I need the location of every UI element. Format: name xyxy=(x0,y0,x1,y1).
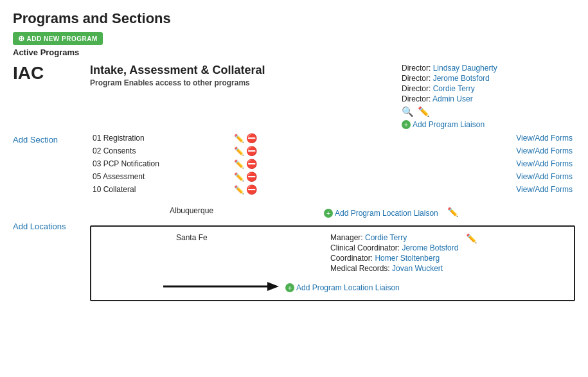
active-programs-label: Active Programs xyxy=(13,48,575,57)
add-liaison-label-albuquerque: Add Program Location Liaison xyxy=(335,209,438,218)
search-icon[interactable]: 🔍 xyxy=(402,106,414,118)
locations-section: Albuquerque + Add Program Location Liais… xyxy=(90,202,575,301)
remove-icon-02[interactable]: ⛔ xyxy=(246,146,257,156)
edit-icon-santa-fe[interactable]: ✏️ xyxy=(466,233,477,243)
edit-icon-05[interactable]: ✏️ xyxy=(234,172,244,182)
table-row: 03 PCP Notification ✏️ ⛔ View/Add Forms xyxy=(90,157,575,170)
director-line-2: Director: Jerome Botsford xyxy=(402,74,575,83)
section-name-05: 05 Assessment xyxy=(90,170,231,183)
section-name-02: 02 Consents xyxy=(90,145,231,157)
view-add-forms-05[interactable]: View/Add Forms xyxy=(516,172,573,181)
section-icons-03: ✏️ ⛔ xyxy=(231,157,263,170)
program-code: IAC xyxy=(13,64,90,83)
director-name-4[interactable]: Admin User xyxy=(432,94,473,103)
svg-marker-1 xyxy=(267,282,279,291)
medical-records-name[interactable]: Jovan Wuckert xyxy=(392,264,443,273)
program-info: Intake, Assessment & Collateral Program … xyxy=(90,64,395,92)
albuquerque-right: + Add Program Location Liaison ✏️ xyxy=(324,206,573,218)
view-add-forms-01[interactable]: View/Add Forms xyxy=(516,134,573,143)
section-action-05: View/Add Forms xyxy=(263,170,575,183)
table-row: 05 Assessment ✏️ ⛔ View/Add Forms xyxy=(90,170,575,183)
page-title: Programs and Sections xyxy=(13,10,575,27)
clinical-coord-label: Clinical Coordinator: xyxy=(330,243,402,252)
edit-icon-01[interactable]: ✏️ xyxy=(234,134,244,143)
edit-icon[interactable]: ✏️ xyxy=(418,106,430,118)
coord-name[interactable]: Homer Stoltenberg xyxy=(375,254,440,263)
medical-records-label: Medical Records: xyxy=(330,264,392,273)
right-column: Intake, Assessment & Collateral Program … xyxy=(90,64,575,301)
program-subtitle: Program Enables access to other programs xyxy=(90,78,395,87)
table-row: 10 Collateral ✏️ ⛔ View/Add Forms xyxy=(90,183,575,196)
plus-icon: ⊕ xyxy=(18,34,25,43)
section-icons-01: ✏️ ⛔ xyxy=(231,132,263,145)
director-label-4: Director: xyxy=(402,94,432,103)
director-label-2: Director: xyxy=(402,74,433,83)
add-location-liaison-albuquerque[interactable]: + Add Program Location Liaison xyxy=(324,209,438,218)
albuquerque-row: Albuquerque + Add Program Location Liais… xyxy=(90,202,575,222)
view-add-forms-02[interactable]: View/Add Forms xyxy=(516,146,573,155)
section-name-01: 01 Registration xyxy=(90,132,231,145)
arrow-icon xyxy=(163,279,279,294)
santa-fe-box: Santa Fe Manager: Cordie Terry Clinical … xyxy=(90,225,575,301)
edit-icon-10[interactable]: ✏️ xyxy=(234,185,244,195)
add-locations-link[interactable]: Add Locations xyxy=(13,222,90,231)
section-icons-05: ✏️ ⛔ xyxy=(231,170,263,183)
coord-label: Coordinator: xyxy=(330,254,375,263)
program-header-row: Intake, Assessment & Collateral Program … xyxy=(90,64,575,129)
plus-circle-albuquerque: + xyxy=(324,209,333,218)
view-add-forms-10[interactable]: View/Add Forms xyxy=(516,185,573,194)
section-icons-02: ✏️ ⛔ xyxy=(231,145,263,157)
section-action-10: View/Add Forms xyxy=(263,183,575,196)
main-content: IAC Add Section Add Locations Intake, As… xyxy=(13,64,575,301)
section-action-01: View/Add Forms xyxy=(263,132,575,145)
remove-icon-03[interactable]: ⛔ xyxy=(246,159,257,169)
sections-table: 01 Registration ✏️ ⛔ View/Add Forms 02 C… xyxy=(90,132,575,196)
add-location-liaison-santa-fe[interactable]: + Add Program Location Liaison xyxy=(285,283,400,292)
edit-icon-02[interactable]: ✏️ xyxy=(234,146,244,156)
add-program-liaison-label: Add Program Liaison xyxy=(413,120,485,129)
section-action-02: View/Add Forms xyxy=(263,145,575,157)
left-column: IAC Add Section Add Locations xyxy=(13,64,90,301)
add-liaison-label-santa-fe: Add Program Location Liaison xyxy=(296,283,400,292)
santa-fe-manager: Manager: Cordie Terry xyxy=(330,233,458,242)
section-name-03: 03 PCP Notification xyxy=(90,157,231,170)
director-label-3: Director: xyxy=(402,84,433,93)
add-new-label: ADD NEW PROGRAM xyxy=(27,35,98,42)
santa-fe-name: Santa Fe xyxy=(99,233,330,242)
santa-fe-right: Manager: Cordie Terry Clinical Coordinat… xyxy=(330,233,566,274)
director-label-1: Director: xyxy=(402,64,433,73)
director-line-1: Director: Lindsay Daugherty xyxy=(402,64,575,73)
santa-fe-details: Manager: Cordie Terry Clinical Coordinat… xyxy=(330,233,458,274)
plus-circle-santa-fe: + xyxy=(285,283,294,292)
view-add-forms-03[interactable]: View/Add Forms xyxy=(516,159,573,168)
arrow-row: + Add Program Location Liaison xyxy=(99,279,566,294)
remove-icon-05[interactable]: ⛔ xyxy=(246,171,257,182)
add-new-program-button[interactable]: ⊕ ADD NEW PROGRAM xyxy=(13,32,103,45)
add-program-liaison-link[interactable]: + Add Program Liaison xyxy=(402,120,485,129)
albuquerque-name: Albuquerque xyxy=(93,206,324,215)
edit-icon-albuquerque[interactable]: ✏️ xyxy=(447,207,458,217)
manager-name[interactable]: Cordie Terry xyxy=(365,233,407,242)
santa-fe-coordinator-clinical: Clinical Coordinator: Jerome Botsford xyxy=(330,243,458,252)
section-icons-10: ✏️ ⛔ xyxy=(231,183,263,196)
program-directors: Director: Lindsay Daugherty Director: Je… xyxy=(395,64,575,129)
santa-fe-coordinator: Coordinator: Homer Stoltenberg xyxy=(330,254,458,263)
clinical-coord-name[interactable]: Jerome Botsford xyxy=(402,243,458,252)
manager-label: Manager: xyxy=(330,233,365,242)
director-name-3[interactable]: Cordie Terry xyxy=(433,84,475,93)
edit-icon-03[interactable]: ✏️ xyxy=(234,159,244,169)
santa-fe-medical-records: Medical Records: Jovan Wuckert xyxy=(330,264,458,273)
remove-icon-01[interactable]: ⛔ xyxy=(246,133,257,143)
program-title: Intake, Assessment & Collateral xyxy=(90,64,395,77)
director-name-2[interactable]: Jerome Botsford xyxy=(433,74,490,83)
director-line-3: Director: Cordie Terry xyxy=(402,84,575,93)
section-action-03: View/Add Forms xyxy=(263,157,575,170)
table-row: 01 Registration ✏️ ⛔ View/Add Forms xyxy=(90,132,575,145)
section-name-10: 10 Collateral xyxy=(90,183,231,196)
director-name-1[interactable]: Lindsay Daugherty xyxy=(433,64,497,73)
director-line-4: Director: Admin User xyxy=(402,94,575,103)
add-section-link[interactable]: Add Section xyxy=(13,135,90,145)
table-row: 02 Consents ✏️ ⛔ View/Add Forms xyxy=(90,145,575,157)
remove-icon-10[interactable]: ⛔ xyxy=(246,184,257,195)
plus-circle-icon: + xyxy=(402,120,411,129)
